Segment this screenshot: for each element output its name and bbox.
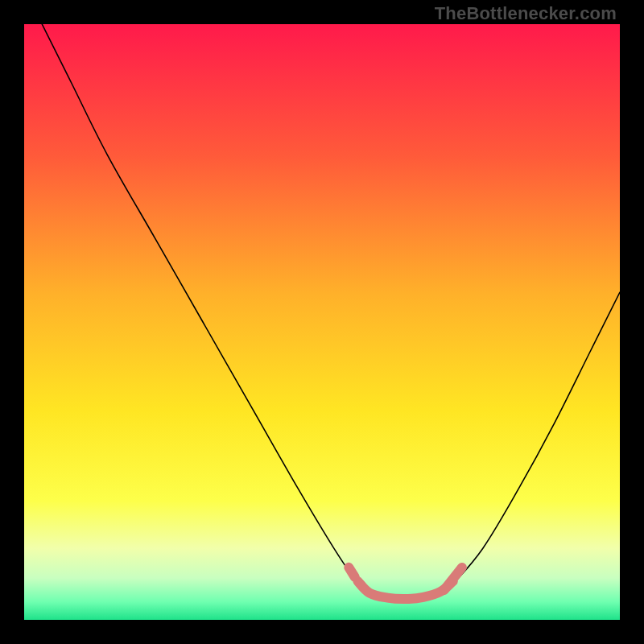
series-left-dot: [349, 568, 354, 577]
watermark-text: TheBottlenecker.com: [435, 3, 617, 24]
curves-layer: [24, 24, 620, 620]
plot-area: [24, 24, 620, 620]
series-right-branch: [453, 292, 620, 584]
series-left-branch: [42, 24, 357, 584]
series-bottom-arc: [357, 581, 452, 599]
chart-frame: TheBottlenecker.com: [0, 0, 644, 644]
